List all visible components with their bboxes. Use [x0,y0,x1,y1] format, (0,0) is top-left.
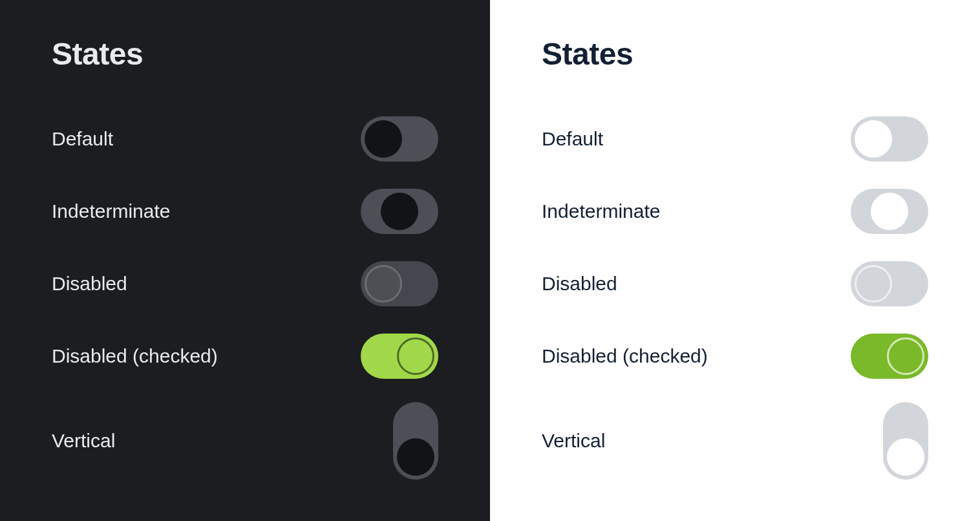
toggle-thumb [855,265,892,303]
dark-panel: States Default Indeterminate Disabled Di… [0,0,490,521]
row-disabled-checked-dark: Disabled (checked) [52,320,438,392]
states-heading-light: States [542,36,928,72]
label-disabled-light: Disabled [542,273,617,295]
toggle-thumb [887,337,924,375]
toggle-disabled-light [851,261,928,306]
toggle-vertical-dark[interactable] [393,402,438,480]
label-default-light: Default [542,128,603,150]
row-indeterminate-light: Indeterminate [542,175,928,248]
row-disabled-light: Disabled [542,248,928,320]
toggle-default-light[interactable] [851,116,928,162]
toggle-thumb [365,265,402,303]
toggle-indeterminate-light[interactable] [851,189,928,234]
row-vertical-light: Vertical [542,392,928,489]
row-default-dark: Default [52,103,438,175]
toggle-default-dark[interactable] [361,116,438,162]
label-indeterminate-light: Indeterminate [542,200,660,222]
toggle-thumb [365,120,402,158]
toggle-indeterminate-dark[interactable] [361,189,438,234]
toggle-disabled-checked-dark [361,334,438,379]
label-disabled-dark: Disabled [52,273,127,295]
toggle-thumb [397,337,434,375]
toggle-thumb [871,193,908,230]
row-indeterminate-dark: Indeterminate [52,175,438,248]
row-disabled-dark: Disabled [52,248,438,320]
label-disabled-checked-dark: Disabled (checked) [52,345,218,367]
label-default-dark: Default [52,128,113,150]
toggle-disabled-dark [361,261,438,306]
row-vertical-dark: Vertical [52,392,438,489]
toggle-vertical-light[interactable] [883,402,928,480]
light-panel: States Default Indeterminate Disabled Di… [490,0,980,521]
toggle-disabled-checked-light [851,334,928,379]
label-vertical-dark: Vertical [52,430,115,452]
row-default-light: Default [542,103,928,175]
label-vertical-light: Vertical [542,430,605,452]
label-disabled-checked-light: Disabled (checked) [542,345,708,367]
states-heading-dark: States [52,36,438,72]
toggle-thumb [397,438,434,476]
toggle-thumb [381,193,418,230]
toggle-thumb [855,120,892,158]
toggle-thumb [887,438,924,476]
label-indeterminate-dark: Indeterminate [52,200,170,222]
row-disabled-checked-light: Disabled (checked) [542,320,928,392]
